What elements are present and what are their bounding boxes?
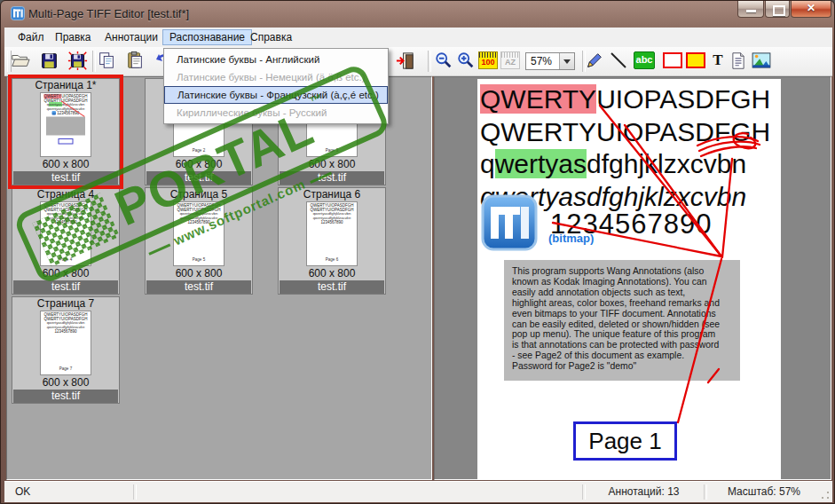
fit-page-button[interactable]: AZ bbox=[500, 50, 521, 71]
recognition-menu-item-russian: Кириллические буквы - Русский bbox=[164, 104, 388, 122]
red-highlight: QWERTY bbox=[480, 84, 596, 114]
zoom-in-icon bbox=[456, 51, 476, 70]
thumbnail-preview: QWERTYUIOPASDFGH QWERTYUIOPASDFGH qwerty… bbox=[306, 201, 358, 266]
exit-button[interactable] bbox=[394, 50, 415, 71]
doc-line-1: QWERTYUIOPASDFGH bbox=[477, 83, 781, 116]
actual-size-button[interactable]: 100 bbox=[477, 50, 499, 71]
annotations-count: Аннотаций: 13 bbox=[586, 485, 702, 498]
paste-icon bbox=[125, 51, 145, 70]
thumbnail-size: 600 x 800 bbox=[12, 375, 119, 389]
paste-button[interactable] bbox=[124, 50, 146, 71]
thumbnail-title: Страница 7 bbox=[12, 297, 119, 311]
highlight-text-tool-button[interactable]: abc bbox=[634, 50, 655, 71]
line-tool-button[interactable] bbox=[608, 50, 629, 71]
mini-page-label: Page 2 bbox=[174, 148, 224, 153]
text-tool-button[interactable]: T bbox=[707, 50, 729, 71]
image-icon bbox=[752, 52, 771, 68]
az-label: AZ bbox=[501, 58, 519, 67]
zoom-dropdown-button[interactable] bbox=[559, 53, 574, 69]
floppy-icon bbox=[40, 51, 59, 70]
mini-page-label: Page 5 bbox=[174, 257, 224, 262]
thumbnail-page-4[interactable]: Страница 4 QWERTYUIOPASDFGH QWERTYUIOPAS… bbox=[12, 187, 120, 295]
mini-logo-icon bbox=[52, 111, 57, 115]
note-tool-button[interactable] bbox=[728, 50, 749, 71]
zoom-in-button[interactable] bbox=[455, 50, 477, 71]
zoom-level-select[interactable]: 57% bbox=[525, 52, 575, 70]
recognition-menu: Латинские буквы - Английский Латинские б… bbox=[163, 48, 389, 124]
line-icon bbox=[609, 51, 628, 70]
thumbnail-page-6[interactable]: Страница 6 QWERTYUIOPASDFGH QWERTYUIOPAS… bbox=[278, 187, 386, 295]
mini-text-block bbox=[46, 117, 85, 136]
thumbnail-page-1[interactable]: Страница 1* QWERTYUIOPASDFGH QWERTYUIOPA… bbox=[12, 78, 120, 185]
zoom-scale-status: Масштаб: 57% bbox=[707, 485, 821, 498]
thumbnail-preview: QWERTYUIOPASDFGH QWERTYUIOPASDFGH qwerty… bbox=[40, 201, 91, 266]
thumbnail-filename: test.tif bbox=[280, 171, 384, 185]
chevron-down-icon bbox=[563, 59, 571, 64]
thumbnail-page-5[interactable]: Страница 5 QWERTYUIOPASDFGH QWERTYUIOPAS… bbox=[145, 187, 253, 295]
menu-annotations[interactable]: Аннотации bbox=[98, 29, 164, 45]
mini-page-label: Page 3 bbox=[307, 148, 357, 153]
thumbnail-title: Страница 6 bbox=[279, 188, 385, 201]
thumbnail-size: 600 x 800 bbox=[279, 266, 385, 280]
thumbnail-title: Страница 5 bbox=[146, 188, 252, 201]
bitmap-label: (bitmap) bbox=[548, 232, 594, 245]
copy-button[interactable] bbox=[96, 50, 117, 71]
exit-door-icon bbox=[395, 51, 415, 71]
thumbnail-size: 600 x 800 bbox=[279, 157, 385, 170]
maximize-icon bbox=[773, 5, 785, 16]
actual-size-label: 100 bbox=[479, 58, 497, 67]
recognition-menu-item-german: Латинские буквы - Немецкий (ä,ö,ß etc.) bbox=[164, 68, 388, 86]
zoom-level-value: 57% bbox=[531, 55, 552, 67]
save-all-button[interactable] bbox=[67, 50, 88, 71]
ruler-100-icon: 100 bbox=[478, 51, 498, 69]
thumbnail-preview: QWERTYUIOPASDFGH QWERTYUIOPASDFGH qwerty… bbox=[173, 201, 225, 266]
thumbnail-size: 600 x 800 bbox=[146, 157, 252, 170]
abc-icon: abc bbox=[634, 51, 655, 69]
zoom-out-button[interactable] bbox=[433, 50, 454, 71]
thumbnail-title: Страница 1* bbox=[12, 79, 119, 92]
annotation-text-box: This program supports Wang Annotations (… bbox=[504, 260, 740, 381]
resize-grip[interactable] bbox=[821, 491, 830, 500]
open-folder-icon bbox=[11, 51, 30, 70]
mini-page-label: Page 7 bbox=[41, 366, 91, 371]
close-button[interactable]: ✕ bbox=[791, 1, 831, 18]
menu-recognition[interactable]: Распознавание bbox=[162, 29, 252, 45]
pencil-tool-button[interactable] bbox=[584, 50, 605, 71]
menu-file[interactable]: Файл bbox=[12, 29, 51, 45]
mini-page-box bbox=[59, 138, 74, 145]
toolbar-separator bbox=[428, 51, 431, 72]
title-bar[interactable]: Multi-Page TIFF Editor [test.tif*] ✕ bbox=[1, 1, 834, 28]
note-icon bbox=[730, 51, 746, 70]
recognition-menu-item-english[interactable]: Латинские буквы - Английский bbox=[164, 51, 388, 68]
red-rectangle-icon bbox=[663, 52, 682, 68]
thumbnail-size: 600 x 800 bbox=[12, 266, 119, 280]
thumbnail-filename: test.tif bbox=[13, 171, 118, 185]
bitmap-logo bbox=[481, 194, 538, 255]
thumbnail-page-7[interactable]: Страница 7 QWERTYUIOPASDFGH QWERTYUIOPAS… bbox=[12, 296, 120, 404]
thumbnail-filename: test.tif bbox=[280, 280, 384, 294]
thumbnail-filename: test.tif bbox=[146, 280, 251, 294]
menu-bar: Файл Правка Аннотации Распознавание Спра… bbox=[4, 28, 832, 48]
doc-line-1-rest: UIOPASDFGH bbox=[596, 84, 770, 114]
application-window: Multi-Page TIFF Editor [test.tif*] ✕ Фай… bbox=[0, 0, 835, 504]
rect-filled-tool-button[interactable] bbox=[685, 50, 706, 71]
menu-help[interactable]: Справка bbox=[244, 29, 298, 45]
minimize-button[interactable] bbox=[737, 1, 764, 18]
rect-outline-tool-button[interactable] bbox=[662, 50, 683, 71]
floppy-flash-icon bbox=[67, 51, 88, 71]
green-highlight: wertyas bbox=[495, 149, 587, 178]
status-divider bbox=[133, 484, 137, 500]
open-file-button[interactable] bbox=[10, 50, 31, 71]
minimize-icon bbox=[746, 10, 756, 12]
thumbnail-title: Страница 4 bbox=[12, 188, 119, 201]
image-tool-button[interactable] bbox=[751, 50, 772, 71]
maximize-button[interactable] bbox=[765, 1, 790, 18]
save-button[interactable] bbox=[38, 50, 59, 71]
menu-edit[interactable]: Правка bbox=[49, 29, 98, 45]
recognition-menu-item-french[interactable]: Латинские буквы - Французский (à,ç,é etc… bbox=[164, 86, 388, 104]
status-bar: OK Аннотаций: 13 Масштаб: 57% bbox=[4, 481, 832, 502]
doc-line-3-pre: q bbox=[480, 149, 495, 178]
doc-line-3-rest: dfghjklzxcvbn bbox=[587, 149, 746, 178]
document-page[interactable]: QWERTYUIOPASDFGH QWERTYUIOPASDFGH qwerty… bbox=[477, 79, 781, 480]
thumbnail-filename: test.tif bbox=[13, 390, 118, 403]
